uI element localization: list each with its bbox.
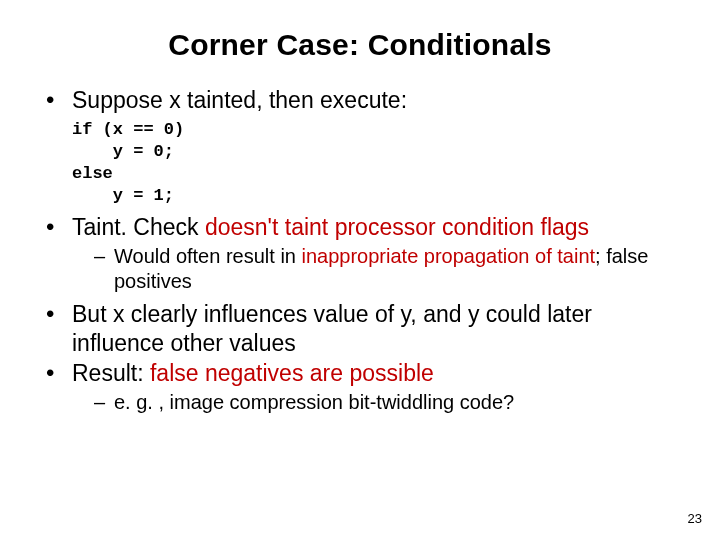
sub-list-result: e. g. , image compression bit-twiddling … — [72, 390, 680, 415]
bullet-list: Suppose x tainted, then execute: if (x =… — [40, 86, 680, 415]
bullet-suppose: Suppose x tainted, then execute: if (x =… — [46, 86, 680, 207]
bullet-influence: But x clearly influences value of y, and… — [46, 300, 680, 358]
sub-bullet-example: e. g. , image compression bit-twiddling … — [94, 390, 680, 415]
sub-bullet-propagation: Would often result in inappropriate prop… — [94, 244, 680, 294]
bullet-taintcheck-red: doesn't taint processor condition flags — [205, 214, 589, 240]
bullet-taintcheck-pre: Taint. Check — [72, 214, 205, 240]
bullet-suppose-text: Suppose x tainted, then execute: — [72, 87, 407, 113]
bullet-taintcheck: Taint. Check doesn't taint processor con… — [46, 213, 680, 294]
sub-prop-pre: Would often result in — [114, 245, 302, 267]
sub-list-taintcheck: Would often result in inappropriate prop… — [72, 244, 680, 294]
sub-example-text: e. g. , image compression bit-twiddling … — [114, 391, 514, 413]
slide: Corner Case: Conditionals Suppose x tain… — [0, 0, 720, 540]
sub-prop-red: inappropriate propagation of taint — [302, 245, 596, 267]
bullet-result-pre: Result: — [72, 360, 150, 386]
bullet-result: Result: false negatives are possible e. … — [46, 359, 680, 415]
bullet-result-red: false negatives are possible — [150, 360, 434, 386]
slide-title: Corner Case: Conditionals — [40, 28, 680, 62]
bullet-influence-text: But x clearly influences value of y, and… — [72, 301, 592, 356]
page-number: 23 — [688, 511, 702, 526]
code-block: if (x == 0) y = 0; else y = 1; — [72, 119, 680, 207]
